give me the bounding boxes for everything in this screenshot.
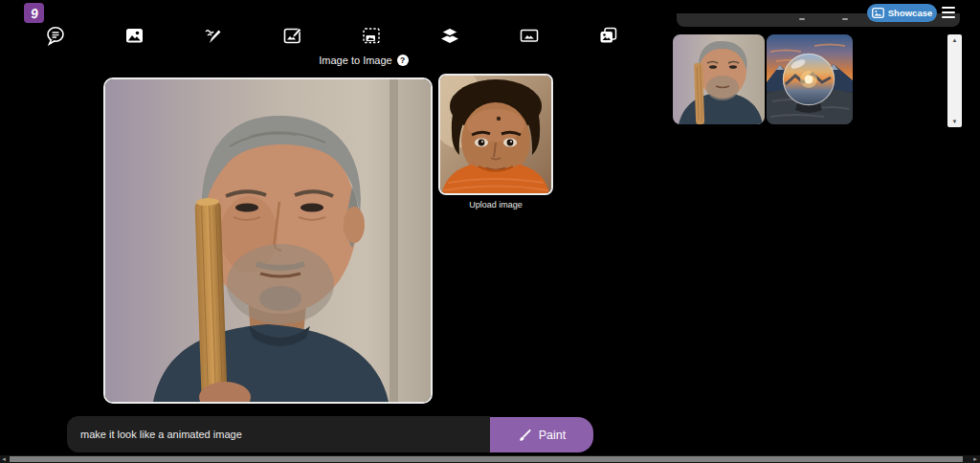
layers-icon xyxy=(439,25,460,46)
gallery-thumbnail-man[interactable] xyxy=(673,34,765,124)
showcase-button-label: Showcase xyxy=(888,8,932,18)
showcase-image-icon xyxy=(872,8,884,18)
speech-bubble-icon xyxy=(45,25,66,46)
scroll-down-icon[interactable]: ▼ xyxy=(947,117,962,126)
photo-edit-icon xyxy=(281,25,302,46)
paint-brush-icon xyxy=(518,428,532,442)
photo-stack-icon xyxy=(597,25,618,46)
toolbar-frame-tool[interactable] xyxy=(518,24,541,47)
horizontal-scrollbar-thumb[interactable] xyxy=(10,456,963,462)
help-icon[interactable]: ? xyxy=(397,55,409,66)
paint-button[interactable]: Paint xyxy=(490,417,593,452)
panel-bar-mark xyxy=(799,18,805,20)
toolbar-layers-tool[interactable] xyxy=(438,24,461,47)
toolbar-selection-tool[interactable] xyxy=(360,24,383,47)
toolbar-chat-tool[interactable] xyxy=(44,24,67,47)
photo-icon xyxy=(123,25,145,46)
toolbar-gallery-tool[interactable] xyxy=(596,24,619,47)
showcase-button[interactable]: Showcase xyxy=(867,4,937,22)
toolbar-sketch-tool[interactable] xyxy=(201,24,224,47)
toolbar-text-to-image-tool[interactable] xyxy=(122,24,145,47)
prompt-input[interactable] xyxy=(67,416,490,452)
scroll-right-icon[interactable]: ▸ xyxy=(971,455,979,463)
toolbar-image-to-image-tool[interactable] xyxy=(280,24,303,47)
scroll-up-icon[interactable]: ▲ xyxy=(947,35,962,45)
scroll-left-icon[interactable]: ◂ xyxy=(0,455,8,463)
section-title-row: Image to Image ? xyxy=(268,55,459,66)
scribble-pen-icon xyxy=(202,25,223,46)
paint-button-label: Paint xyxy=(539,429,567,442)
source-image xyxy=(103,77,433,404)
panel-bar-mark xyxy=(842,18,848,20)
photo-selection-icon xyxy=(361,25,382,46)
upload-image-label: Upload image xyxy=(438,200,553,209)
page-title: Image to Image xyxy=(319,55,391,66)
gallery-thumbnail-crystal-ball[interactable] xyxy=(767,34,853,124)
framed-photo-icon xyxy=(519,25,540,46)
child-portrait-image xyxy=(440,76,551,193)
app-logo[interactable]: 9 xyxy=(24,3,44,23)
upload-image-slot[interactable] xyxy=(438,74,553,195)
hamburger-menu-icon[interactable] xyxy=(942,7,955,18)
gallery-scrollbar[interactable]: ▲ ▼ xyxy=(947,34,962,127)
app-logo-glyph: 9 xyxy=(30,5,39,21)
man-portrait-image xyxy=(105,79,431,402)
